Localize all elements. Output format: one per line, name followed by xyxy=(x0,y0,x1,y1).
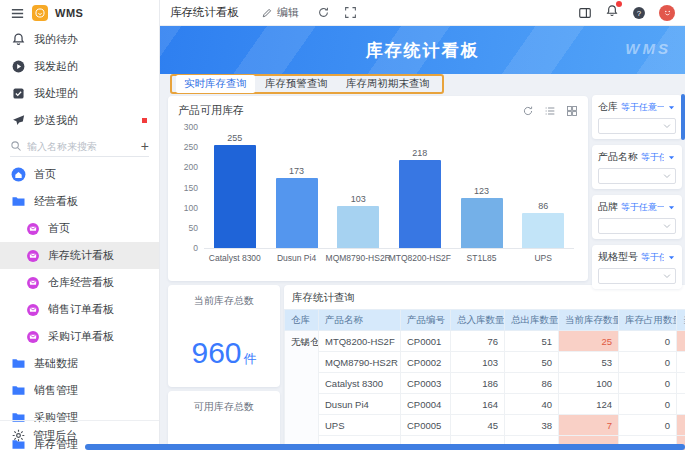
refresh-icon[interactable] xyxy=(317,6,330,19)
sidebar-item-label: 我的待办 xyxy=(34,32,78,47)
filter-operator-link[interactable]: 等于任意一... xyxy=(621,201,664,214)
filter-operator-link[interactable]: 等于任意一... xyxy=(621,101,664,114)
table-cell xyxy=(677,331,685,352)
sidebar-item-销售订单看板[interactable]: 销售订单看板 xyxy=(0,296,159,323)
home-icon xyxy=(11,167,26,182)
sidebar-item-销售管理[interactable]: 销售管理 xyxy=(0,377,159,404)
notification-bell[interactable] xyxy=(605,4,619,22)
vertical-scrollbar[interactable] xyxy=(681,94,685,140)
column-header-库存占用数量: 库存占用数量 xyxy=(619,310,677,331)
topbar-right-icons: ? xyxy=(578,4,675,22)
table-row[interactable]: UPSCP0005453870 xyxy=(285,415,685,436)
chart-grid-icon[interactable] xyxy=(566,105,578,117)
column-header-当前可用数量: 当前可用数量 xyxy=(677,310,685,331)
bell-icon xyxy=(11,32,26,47)
chevron-down-icon xyxy=(662,221,672,231)
bar-MTQ8200-HS2F[interactable]: 218MTQ8200-HS2F xyxy=(399,160,441,248)
fullscreen-icon[interactable] xyxy=(344,6,357,19)
app-root: WMS 我的待办我发起的我处理的抄送我的 + 首页经营看板首页库存统计看板仓库经… xyxy=(0,0,685,450)
table-cell: 164 xyxy=(451,394,505,415)
horizontal-scrollbar[interactable] xyxy=(85,444,685,450)
sidebar-item-label: 抄送我的 xyxy=(34,113,78,128)
table-cell: 45 xyxy=(451,415,505,436)
filter-label: 规格型号 xyxy=(598,250,638,264)
sidebar-item-库存统计看板[interactable]: 库存统计看板 xyxy=(0,242,159,269)
dashboard-title: 库存统计看板 xyxy=(366,39,480,62)
table-cell: CP0001 xyxy=(401,331,451,352)
topbar-tab-title[interactable]: 库存统计看板 xyxy=(170,5,239,20)
logo-smile-icon xyxy=(35,8,45,18)
filter-select[interactable] xyxy=(598,268,676,284)
sidebar-item-我处理的[interactable]: 我处理的 xyxy=(0,80,159,107)
chart-list-icon[interactable] xyxy=(544,105,556,117)
sidebar-item-首页[interactable]: 首页 xyxy=(0,215,159,242)
sidebar-item-首页[interactable]: 首页 xyxy=(0,161,159,188)
table-cell: 38 xyxy=(505,415,559,436)
table-cell: Dusun Pi4 xyxy=(319,394,401,415)
table-cell: 0 xyxy=(619,415,677,436)
sidebar-item-经营看板[interactable]: 经营看板 xyxy=(0,188,159,215)
bar-chart: 050100150200250300255Catalyst 8300173Dus… xyxy=(204,128,574,249)
table-row[interactable]: MQM8790-HS2RCP000210350530 xyxy=(285,352,685,373)
y-axis-tick: 300 xyxy=(184,122,198,132)
topbar: 库存统计看板 编辑 ? xyxy=(160,0,685,26)
filter-operator-link[interactable]: 等于任... xyxy=(641,251,664,264)
sidebar-quick-items: 我的待办我发起的我处理的抄送我的 xyxy=(0,26,159,134)
play-icon xyxy=(11,59,26,74)
add-icon[interactable]: + xyxy=(141,141,149,151)
table-cell: CP0004 xyxy=(401,394,451,415)
chat-icon xyxy=(26,330,40,344)
banner-watermark: WMS xyxy=(625,40,671,57)
table-cell xyxy=(677,373,685,394)
table-row[interactable]: 无锡仓MTQ8200-HS2FCP00017651250 xyxy=(285,331,685,352)
sidebar-item-label: 销售订单看板 xyxy=(48,302,114,317)
table-cell: MTQ8200-HS2F xyxy=(319,331,401,352)
edit-label: 编辑 xyxy=(277,5,299,20)
sidebar-item-我发起的[interactable]: 我发起的 xyxy=(0,53,159,80)
table-cell: 0 xyxy=(619,394,677,415)
sidebar-item-基础数据[interactable]: 基础数据 xyxy=(0,350,159,377)
table-row[interactable]: Catalyst 8300CP0003186861000 xyxy=(285,373,685,394)
hamburger-menu-icon[interactable] xyxy=(10,6,25,21)
bar-UPS[interactable]: 86UPS xyxy=(522,213,564,248)
bar-Catalyst 8300[interactable]: 255Catalyst 8300 xyxy=(214,145,256,248)
sidebar-item-仓库经营看板[interactable]: 仓库经营看板 xyxy=(0,269,159,296)
layout-panel-icon[interactable] xyxy=(578,6,592,20)
table-row[interactable]: Dusun Pi4CP0004164401240 xyxy=(285,394,685,415)
bar-Dusun Pi4[interactable]: 173Dusun Pi4 xyxy=(276,178,318,248)
unread-badge xyxy=(142,118,147,123)
sidebar-item-label: 基础数据 xyxy=(34,356,78,371)
inventory-table: 仓库产品名称产品编号总入库数量总出库数量当前库存数量库存占用数量当前可用数量无锡… xyxy=(284,309,685,450)
column-header-总出库数量: 总出库数量 xyxy=(505,310,559,331)
search-icon xyxy=(10,140,22,152)
avatar[interactable] xyxy=(659,5,675,21)
sidebar-item-抄送我的[interactable]: 抄送我的 xyxy=(0,107,159,134)
y-axis-tick: 150 xyxy=(184,183,198,193)
avatar-face-icon xyxy=(662,7,673,18)
tab-库存周初期末查询[interactable]: 库存周初期末查询 xyxy=(338,75,438,93)
filter-select[interactable] xyxy=(598,118,676,134)
bar-value-label: 123 xyxy=(474,186,489,196)
filter-select[interactable] xyxy=(598,168,676,184)
filter-select[interactable] xyxy=(598,218,676,234)
tab-实时库存查询[interactable]: 实时库存查询 xyxy=(176,75,255,93)
folder-icon xyxy=(11,194,26,209)
filter-operator-link[interactable]: 等于任... xyxy=(641,151,664,164)
sidebar-item-label: 库存统计看板 xyxy=(48,248,114,263)
tab-库存预警查询[interactable]: 库存预警查询 xyxy=(257,75,336,93)
sidebar-item-label: 采购订单看板 xyxy=(48,329,114,344)
dashboard-banner: 库存统计看板 WMS xyxy=(160,26,685,74)
bar-MQM8790-HS2R[interactable]: 103MQM8790-HS2R xyxy=(337,206,379,248)
search-input[interactable] xyxy=(27,141,119,152)
table-cell: MQM8790-HS2R xyxy=(319,352,401,373)
y-axis-tick: 50 xyxy=(189,223,198,233)
help-icon[interactable]: ? xyxy=(632,6,646,20)
y-axis-tick: 250 xyxy=(184,142,198,152)
sidebar-item-我的待办[interactable]: 我的待办 xyxy=(0,26,159,53)
chart-refresh-icon[interactable] xyxy=(522,105,534,117)
sidebar-item-采购订单看板[interactable]: 采购订单看板 xyxy=(0,323,159,350)
edit-button[interactable]: 编辑 xyxy=(261,5,299,20)
bar-value-label: 86 xyxy=(538,201,548,211)
bar-ST1L85[interactable]: 123ST1L85 xyxy=(461,198,503,248)
chat-icon xyxy=(26,249,40,263)
